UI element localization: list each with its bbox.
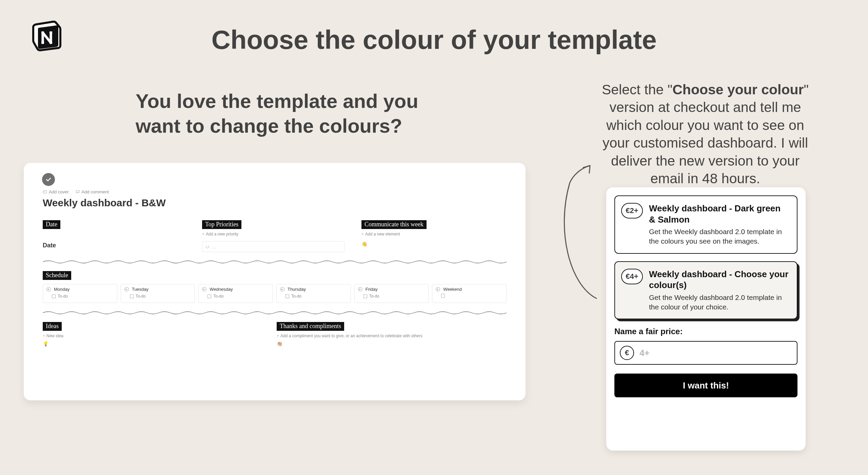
section-schedule-tag: Schedule (43, 271, 71, 280)
day-label: Monday (53, 287, 71, 292)
price-input-wrapper[interactable]: € (614, 341, 797, 365)
section-communicate-tag: Communicate this week (361, 220, 427, 229)
todo-item[interactable]: To-do (52, 294, 114, 299)
divider-squiggle (43, 260, 507, 264)
lightbulb-emoji-icon: 💡 (43, 341, 277, 346)
checkbox-icon[interactable] (285, 294, 289, 298)
schedule-day-card[interactable]: ▸FridayTo-do (354, 284, 429, 303)
fair-price-label: Name a fair price: (614, 327, 797, 336)
section-priorities-tag: Top Priorities (202, 220, 241, 229)
subheading: You love the template and you want to ch… (136, 89, 434, 138)
plan-desc: Get the Weekly dashboard 2.0 template in… (649, 293, 789, 312)
notion-page-title: Weekly dashboard - B&W (43, 197, 507, 209)
price-input[interactable] (639, 348, 792, 358)
priority-input[interactable]: … (202, 241, 344, 252)
todo-item[interactable]: To-do (363, 294, 425, 299)
schedule-day-card[interactable]: ▸TuesdayTo-do (121, 284, 195, 303)
clap-emoji-icon: 👏🏼 (277, 341, 507, 346)
todo-item[interactable] (441, 294, 503, 298)
checkbox-icon[interactable] (208, 294, 211, 298)
schedule-day-card[interactable]: ▸WednesdayTo-do (198, 284, 273, 303)
toggle-icon[interactable]: ▸ (202, 287, 206, 291)
divider-squiggle (43, 310, 507, 315)
arrow-curve-icon (549, 163, 610, 305)
toggle-icon[interactable]: ▸ (436, 287, 440, 291)
todo-item[interactable]: To-do (130, 294, 192, 299)
cta-button[interactable]: I want this! (614, 374, 797, 397)
add-priority-button[interactable]: +Add a new priority (202, 232, 361, 236)
currency-icon: € (620, 346, 634, 360)
checkout-panel: €2+ Weekly dashboard - Dark green & Salm… (606, 187, 806, 451)
add-cover-button[interactable]: Add cover (43, 189, 69, 194)
add-idea-button[interactable]: +New idea (43, 334, 277, 338)
section-thanks-tag: Thanks and compliments (277, 322, 344, 331)
schedule-day-card[interactable]: ▸MondayTo-do (43, 284, 117, 303)
checkbox-icon[interactable] (441, 294, 445, 298)
toggle-icon[interactable]: ▸ (46, 287, 51, 291)
svg-point-1 (44, 191, 45, 192)
page-title: Choose the colour of your template (0, 24, 868, 55)
day-label: Friday (364, 287, 379, 292)
toggle-icon[interactable]: ▸ (124, 287, 129, 291)
check-badge-icon (42, 173, 55, 186)
plan-option-standard[interactable]: €2+ Weekly dashboard - Dark green & Salm… (614, 195, 797, 254)
plan-title: Weekly dashboard - Choose your colour(s) (649, 269, 789, 291)
section-ideas-tag: Ideas (43, 322, 62, 331)
plan-desc: Get the Weekly dashboard 2.0 template in… (649, 227, 789, 246)
svg-rect-0 (43, 191, 47, 193)
checkbox-icon[interactable] (52, 294, 56, 298)
date-subheading: Date (43, 242, 202, 249)
instruction-text: Select the "Choose your colour" version … (593, 81, 817, 188)
add-compliment-button[interactable]: +Add a compliment you want to give, or a… (277, 334, 507, 338)
spinner-icon (206, 245, 209, 248)
add-comment-button[interactable]: Add comment (76, 189, 109, 194)
wave-emoji-icon: 👋 (361, 241, 507, 247)
schedule-day-card[interactable]: ▸Weekend (432, 284, 507, 303)
plan-option-choose-colour[interactable]: €4+ Weekly dashboard - Choose your colou… (614, 261, 797, 320)
section-date-tag: Date (43, 220, 60, 229)
checkbox-icon[interactable] (130, 294, 134, 298)
price-pill: €2+ (621, 203, 643, 218)
toggle-icon[interactable]: ▸ (280, 287, 284, 291)
dashboard-preview: Add cover Add comment Weekly dashboard -… (24, 163, 526, 400)
price-pill: €4+ (621, 269, 643, 284)
add-communicate-button[interactable]: +Add a new element (361, 232, 507, 236)
todo-item[interactable]: To-do (285, 294, 347, 299)
day-label: Weekend (442, 287, 463, 292)
checkbox-icon[interactable] (363, 294, 367, 298)
plan-title: Weekly dashboard - Dark green & Salmon (649, 203, 789, 225)
day-label: Tuesday (131, 287, 150, 292)
toggle-icon[interactable]: ▸ (358, 287, 362, 291)
todo-item[interactable]: To-do (208, 294, 269, 299)
day-label: Thursday (286, 287, 307, 292)
schedule-day-card[interactable]: ▸ThursdayTo-do (276, 284, 351, 303)
day-label: Wednesday (208, 287, 234, 292)
